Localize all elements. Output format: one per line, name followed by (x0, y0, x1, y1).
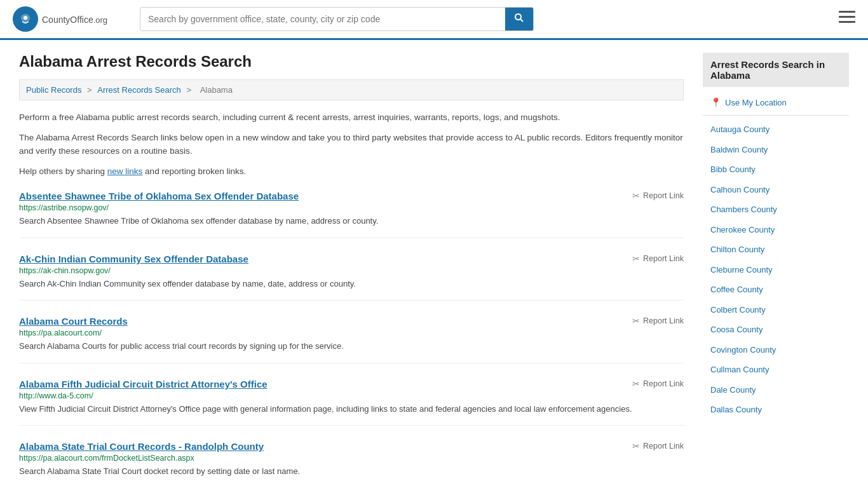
sidebar-item-chilton[interactable]: Chilton County (703, 240, 849, 260)
result-header-5: Alabama State Trial Court Records - Rand… (19, 441, 684, 452)
svg-rect-5 (839, 16, 855, 18)
result-title-4[interactable]: Alabama Fifth Judicial Circuit District … (19, 379, 268, 390)
content-area: Alabama Arrest Records Search Public Rec… (19, 53, 684, 488)
description-3: Help others by sharing new links and rep… (19, 165, 684, 179)
report-link-label-1: Report Link (643, 191, 684, 200)
breadcrumb-public-records[interactable]: Public Records (26, 85, 81, 95)
logo-text: CountyOffice.org (42, 13, 107, 26)
sidebar-item-baldwin[interactable]: Baldwin County (703, 140, 849, 160)
sidebar-item-autauga[interactable]: Autauga County (703, 119, 849, 140)
result-desc-2: Search Ak-Chin Indian Community sex offe… (19, 278, 684, 290)
sidebar-item-cherokee[interactable]: Cherokee County (703, 220, 849, 240)
main-container: Alabama Arrest Records Search Public Rec… (0, 40, 868, 488)
report-icon-3: ✂ (632, 316, 640, 326)
result-url-3[interactable]: https://pa.alacourt.com/ (19, 329, 684, 337)
breadcrumb-current: Alabama (200, 85, 233, 95)
use-my-location[interactable]: 📍 Use My Location (703, 93, 849, 111)
svg-rect-4 (839, 11, 855, 13)
logo-name: CountyOffice (42, 15, 93, 25)
sidebar-item-dale[interactable]: Dale County (703, 380, 849, 400)
sidebar: Arrest Records Search in Alabama 📍 Use M… (703, 53, 849, 488)
result-header-2: Ak-Chin Indian Community Sex Offender Da… (19, 254, 684, 264)
search-bar (140, 7, 534, 31)
result-item-5: Alabama State Trial Court Records - Rand… (19, 441, 684, 488)
svg-rect-6 (839, 21, 855, 23)
report-link-label-3: Report Link (643, 316, 684, 325)
breadcrumb-sep-2: > (186, 85, 193, 95)
page-title: Alabama Arrest Records Search (19, 53, 684, 71)
report-link-2[interactable]: ✂ Report Link (632, 254, 684, 264)
sidebar-item-dallas[interactable]: Dallas County (703, 400, 849, 420)
report-link-5[interactable]: ✂ Report Link (632, 441, 684, 451)
result-url-4[interactable]: http://www.da-5.com/ (19, 391, 684, 400)
report-icon-2: ✂ (632, 254, 640, 264)
result-desc-5: Search Alabama State Trial Court docket … (19, 465, 684, 478)
logo-icon (13, 6, 38, 32)
report-link-3[interactable]: ✂ Report Link (632, 316, 684, 326)
new-links-link[interactable]: new links (107, 166, 143, 176)
report-link-label-5: Report Link (643, 442, 684, 451)
sidebar-item-calhoun[interactable]: Calhoun County (703, 180, 849, 200)
result-url-1[interactable]: https://astribe.nsopw.gov/ (19, 203, 684, 212)
result-header-4: Alabama Fifth Judicial Circuit District … (19, 379, 684, 390)
sidebar-title: Arrest Records Search in Alabama (703, 53, 849, 87)
result-title-3[interactable]: Alabama Court Records (19, 316, 128, 327)
location-icon: 📍 (710, 97, 721, 107)
logo[interactable]: CountyOffice.org (13, 6, 127, 32)
result-header-3: Alabama Court Records ✂ Report Link (19, 316, 684, 327)
menu-icon[interactable] (839, 11, 855, 27)
result-header-1: Absentee Shawnee Tribe of Oklahoma Sex O… (19, 191, 684, 201)
result-item-3: Alabama Court Records ✂ Report Link http… (19, 316, 684, 363)
svg-line-3 (520, 19, 523, 22)
report-link-4[interactable]: ✂ Report Link (632, 379, 684, 389)
search-input[interactable] (140, 8, 505, 30)
result-desc-4: View Fifth Judicial Circuit District Att… (19, 403, 684, 416)
sidebar-divider (703, 115, 849, 116)
description-1: Perform a free Alabama public arrest rec… (19, 111, 684, 125)
result-url-2[interactable]: https://ak-chin.nsopw.gov/ (19, 266, 684, 275)
results-list: Absentee Shawnee Tribe of Oklahoma Sex O… (19, 191, 684, 488)
result-item-1: Absentee Shawnee Tribe of Oklahoma Sex O… (19, 191, 684, 238)
sidebar-item-coffee[interactable]: Coffee County (703, 280, 849, 300)
result-item-4: Alabama Fifth Judicial Circuit District … (19, 379, 684, 426)
result-item-2: Ak-Chin Indian Community Sex Offender Da… (19, 254, 684, 301)
result-desc-3: Search Alabama Courts for public access … (19, 340, 684, 353)
sidebar-item-coosa[interactable]: Coosa County (703, 320, 849, 340)
report-link-1[interactable]: ✂ Report Link (632, 191, 684, 201)
sidebar-item-covington[interactable]: Covington County (703, 340, 849, 360)
sidebar-item-chambers[interactable]: Chambers County (703, 200, 849, 220)
sidebar-item-colbert[interactable]: Colbert County (703, 300, 849, 320)
description-2: The Alabama Arrest Records Search links … (19, 131, 684, 158)
breadcrumb-arrest-records[interactable]: Arrest Records Search (97, 85, 181, 95)
svg-point-2 (515, 14, 521, 20)
logo-suffix: .org (93, 15, 107, 25)
search-button[interactable] (505, 8, 533, 30)
report-link-label-2: Report Link (643, 254, 684, 263)
result-title-2[interactable]: Ak-Chin Indian Community Sex Offender Da… (19, 254, 248, 264)
use-my-location-label: Use My Location (725, 98, 787, 107)
breadcrumb: Public Records > Arrest Records Search >… (19, 79, 684, 100)
result-url-5[interactable]: https://pa.alacourt.com/frmDocketListSea… (19, 454, 684, 463)
result-title-5[interactable]: Alabama State Trial Court Records - Rand… (19, 441, 264, 452)
report-link-label-4: Report Link (643, 379, 684, 388)
breadcrumb-sep-1: > (87, 85, 94, 95)
svg-point-1 (24, 16, 27, 20)
result-desc-1: Search Absentee Shawnee Tribe of Oklahom… (19, 215, 684, 227)
site-header: CountyOffice.org (0, 0, 868, 40)
result-title-1[interactable]: Absentee Shawnee Tribe of Oklahoma Sex O… (19, 191, 299, 201)
sidebar-item-cleburne[interactable]: Cleburne County (703, 260, 849, 280)
report-icon-5: ✂ (632, 441, 640, 451)
report-icon-4: ✂ (632, 379, 640, 389)
report-icon-1: ✂ (632, 191, 640, 201)
sidebar-item-cullman[interactable]: Cullman County (703, 360, 849, 380)
sidebar-item-bibb[interactable]: Bibb County (703, 159, 849, 180)
